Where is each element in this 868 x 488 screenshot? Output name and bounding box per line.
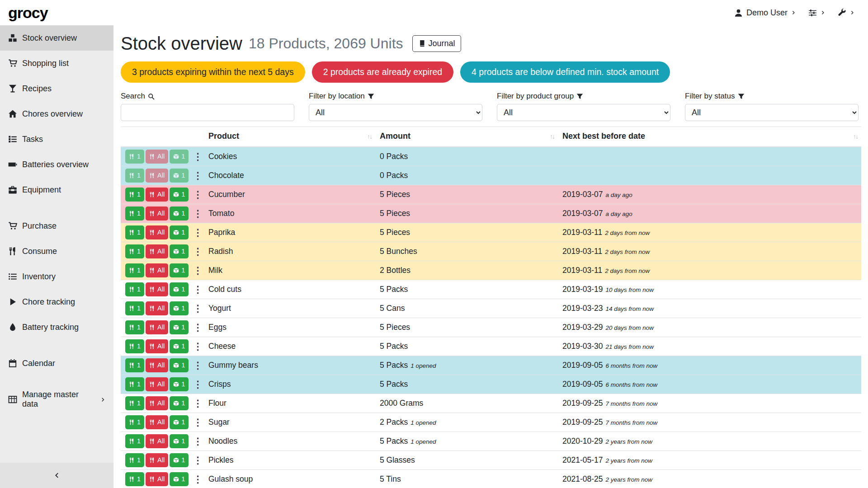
consume-all-button[interactable]: All (146, 244, 168, 258)
row-menu-button[interactable]: ⋮ (190, 474, 204, 484)
open-one-button[interactable]: 1 (170, 188, 189, 202)
open-one-button[interactable]: 1 (170, 396, 189, 410)
consume-one-button[interactable]: 1 (125, 244, 144, 258)
consume-all-button[interactable]: All (146, 301, 168, 315)
journal-button[interactable]: Journal (412, 35, 461, 52)
open-one-button[interactable]: 1 (170, 377, 189, 391)
sidebar-item-battery-tracking[interactable]: Battery tracking (0, 314, 113, 340)
product-group-filter-select[interactable]: All (497, 104, 670, 121)
row-menu-button[interactable]: ⋮ (190, 228, 204, 237)
row-menu-button[interactable]: ⋮ (190, 209, 204, 218)
column-header-product[interactable]: Product ↑↓ (204, 127, 375, 147)
row-menu-button[interactable]: ⋮ (190, 323, 204, 332)
consume-one-button[interactable]: 1 (125, 225, 144, 239)
consume-one-button[interactable]: 1 (125, 415, 144, 429)
consume-one-button[interactable]: 1 (125, 472, 144, 486)
sidebar-item-consume[interactable]: Consume (0, 239, 113, 264)
app-logo[interactable]: grocy (8, 5, 48, 20)
consume-one-button[interactable]: 1 (125, 150, 144, 164)
column-header-amount[interactable]: Amount ↑↓ (375, 127, 558, 147)
sidebar-item-batteries-overview[interactable]: Batteries overview (0, 152, 113, 177)
consume-one-button[interactable]: 1 (125, 206, 144, 221)
open-one-button[interactable]: 1 (170, 434, 189, 448)
row-menu-button[interactable]: ⋮ (190, 436, 204, 446)
consume-all-button[interactable]: All (146, 415, 168, 429)
sidebar-item-tasks[interactable]: Tasks (0, 127, 113, 152)
row-menu-button[interactable]: ⋮ (190, 247, 204, 256)
consume-one-button[interactable]: 1 (125, 453, 144, 467)
row-menu-button[interactable]: ⋮ (190, 455, 204, 465)
admin-menu[interactable] (838, 9, 854, 17)
consume-one-button[interactable]: 1 (125, 282, 144, 296)
sidebar-item-shopping-list[interactable]: Shopping list (0, 51, 113, 76)
row-menu-button[interactable]: ⋮ (190, 418, 204, 427)
sidebar-item-recipes[interactable]: Recipes (0, 76, 113, 101)
row-menu-button[interactable]: ⋮ (190, 342, 204, 351)
open-one-button[interactable]: 1 (170, 282, 189, 296)
location-filter-select[interactable]: All (309, 104, 482, 121)
column-header-next-best-before-date[interactable]: Next best before date ↑↓ (558, 127, 861, 147)
consume-all-button[interactable]: All (146, 320, 168, 334)
consume-all-button[interactable]: All (146, 453, 168, 467)
row-menu-button[interactable]: ⋮ (190, 285, 204, 294)
consume-all-button[interactable]: All (146, 434, 168, 448)
sidebar-item-chore-tracking[interactable]: Chore tracking (0, 289, 113, 314)
alert-danger-button[interactable]: 2 products are already expired (312, 61, 453, 83)
row-menu-button[interactable]: ⋮ (190, 380, 204, 389)
consume-one-button[interactable]: 1 (125, 396, 144, 410)
consume-one-button[interactable]: 1 (125, 377, 144, 391)
consume-all-button[interactable]: All (146, 225, 168, 239)
sidebar-item-chores-overview[interactable]: Chores overview (0, 101, 113, 127)
alert-info-button[interactable]: 4 products are below defined min. stock … (460, 61, 670, 83)
consume-one-button[interactable]: 1 (125, 320, 144, 334)
open-one-button[interactable]: 1 (170, 263, 189, 277)
consume-one-button[interactable]: 1 (125, 263, 144, 277)
open-one-button[interactable]: 1 (170, 225, 189, 239)
user-menu[interactable]: Demo User (734, 8, 796, 18)
sidebar-item-calendar[interactable]: Calendar (0, 351, 113, 376)
open-one-button[interactable]: 1 (170, 244, 189, 258)
sidebar-item-stock-overview[interactable]: Stock overview (0, 25, 113, 51)
sidebar-item-purchase[interactable]: Purchase (0, 213, 113, 239)
settings-menu[interactable] (808, 9, 825, 17)
consume-all-button[interactable]: All (146, 169, 168, 183)
consume-all-button[interactable]: All (146, 150, 168, 164)
row-menu-button[interactable]: ⋮ (190, 361, 204, 370)
sidebar-item-equipment[interactable]: Equipment (0, 177, 113, 202)
consume-all-button[interactable]: All (146, 263, 168, 277)
row-menu-button[interactable]: ⋮ (190, 171, 204, 180)
consume-one-button[interactable]: 1 (125, 434, 144, 448)
consume-all-button[interactable]: All (146, 358, 168, 372)
open-one-button[interactable]: 1 (170, 320, 189, 334)
row-menu-button[interactable]: ⋮ (190, 399, 204, 408)
consume-one-button[interactable]: 1 (125, 188, 144, 202)
open-one-button[interactable]: 1 (170, 415, 189, 429)
open-one-button[interactable]: 1 (170, 206, 189, 221)
open-one-button[interactable]: 1 (170, 169, 189, 183)
sidebar-item-manage-master-data[interactable]: Manage master data (0, 387, 113, 412)
consume-all-button[interactable]: All (146, 282, 168, 296)
consume-one-button[interactable]: 1 (125, 301, 144, 315)
consume-one-button[interactable]: 1 (125, 169, 144, 183)
open-one-button[interactable]: 1 (170, 472, 189, 486)
open-one-button[interactable]: 1 (170, 150, 189, 164)
row-menu-button[interactable]: ⋮ (190, 304, 204, 313)
status-filter-select[interactable]: All (685, 104, 859, 121)
sidebar-item-inventory[interactable]: Inventory (0, 264, 113, 289)
sidebar-collapse-button[interactable] (0, 463, 113, 488)
alert-warning-button[interactable]: 3 products expiring within the next 5 da… (121, 61, 305, 83)
consume-all-button[interactable]: All (146, 339, 168, 353)
search-input[interactable] (121, 104, 294, 121)
consume-all-button[interactable]: All (146, 377, 168, 391)
open-one-button[interactable]: 1 (170, 301, 189, 315)
consume-one-button[interactable]: 1 (125, 339, 144, 353)
consume-one-button[interactable]: 1 (125, 358, 144, 372)
consume-all-button[interactable]: All (146, 188, 168, 202)
row-menu-button[interactable]: ⋮ (190, 190, 204, 199)
open-one-button[interactable]: 1 (170, 358, 189, 372)
consume-all-button[interactable]: All (146, 206, 168, 221)
open-one-button[interactable]: 1 (170, 339, 189, 353)
row-menu-button[interactable]: ⋮ (190, 266, 204, 275)
row-menu-button[interactable]: ⋮ (190, 152, 204, 161)
open-one-button[interactable]: 1 (170, 453, 189, 467)
